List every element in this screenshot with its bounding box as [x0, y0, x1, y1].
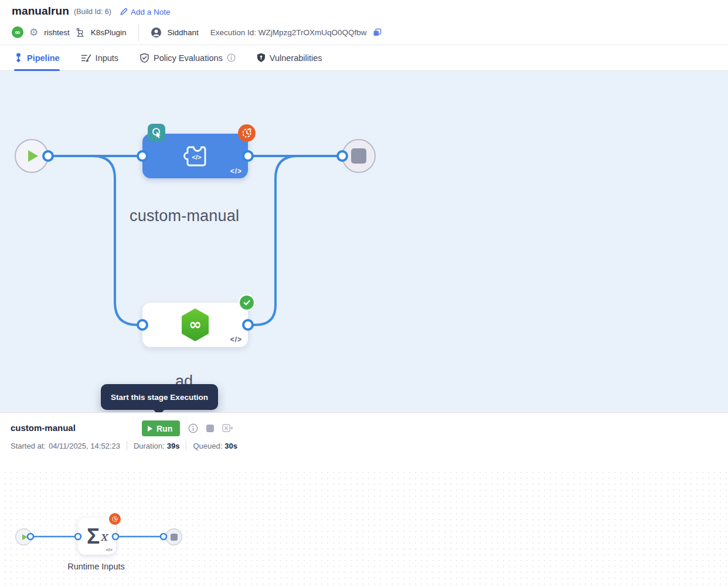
stop-icon	[351, 148, 366, 164]
inputs-icon	[81, 53, 91, 63]
build-id: (Build Id: 6)	[74, 8, 111, 16]
meta-divider	[186, 441, 186, 450]
execution-id: Execution Id: WZjMpzg2TrOXmUqO0QQfbw	[210, 28, 367, 37]
code-chevrons: </>	[106, 547, 113, 552]
pipeline-name[interactable]: rishtest	[44, 28, 70, 37]
code-chevrons: </>	[230, 335, 242, 344]
copy-icon[interactable]	[372, 28, 382, 38]
run-button[interactable]: Run	[142, 420, 180, 436]
add-note-label: Add a Note	[131, 8, 171, 16]
header-context-row: ∞ ⚙ rishtest K8sPlugin Siddhant Executio…	[0, 18, 728, 41]
trigger-click-badge-icon[interactable]	[148, 124, 165, 141]
plugin-step-icon: </>	[180, 142, 210, 170]
plugin-agent-icon	[76, 28, 85, 38]
success-check-badge-icon	[239, 294, 255, 311]
user-name: Siddhant	[168, 28, 199, 37]
meta-divider	[127, 441, 127, 450]
runtime-inputs-canvas[interactable]: Σ x </> Runtime Inputs	[0, 472, 728, 587]
started-value: 04/11/2025, 14:52:23	[49, 442, 120, 450]
vulnerabilities-shield-icon	[257, 53, 266, 63]
header-title-row: manualrun (Build Id: 6) Add a Note	[0, 0, 728, 18]
header: manualrun (Build Id: 6) Add a Note ∞ ⚙ r…	[0, 0, 728, 45]
shield-check-icon	[140, 53, 149, 63]
add-note-button[interactable]: Add a Note	[120, 8, 171, 16]
svg-text:</>: </>	[192, 154, 202, 161]
duration-label: Duration:	[134, 442, 165, 450]
gear-icon[interactable]: ⚙	[29, 28, 38, 38]
stage-status-bar: custom-manual Run	[0, 412, 728, 472]
duration-value: 39s	[167, 442, 180, 450]
pencil-icon	[120, 8, 128, 16]
sigma-glyph: Σ	[87, 525, 100, 547]
harness-logo-icon: ∞	[12, 26, 23, 38]
info-icon[interactable]	[227, 53, 236, 62]
runtime-start-node[interactable]	[15, 528, 32, 545]
tab-inputs-label: Inputs	[96, 53, 119, 63]
stop-stage-icon[interactable]	[206, 425, 214, 432]
run-tooltip: Start this stage Execution	[101, 384, 218, 410]
queued-label: Queued:	[193, 442, 222, 450]
timeout-clock-badge-icon	[109, 513, 121, 525]
started-label: Started at:	[11, 442, 46, 450]
svg-text:∞: ∞	[189, 315, 202, 333]
play-icon	[22, 534, 28, 540]
play-icon	[28, 150, 38, 162]
code-chevrons: </>	[230, 167, 242, 175]
tooltip-arrow	[154, 410, 164, 412]
template-name[interactable]: K8sPlugin	[91, 28, 127, 37]
runtime-end-node[interactable]	[165, 528, 182, 545]
tab-bar: Pipeline Inputs Policy Evaluations	[0, 45, 728, 71]
tab-inputs[interactable]: Inputs	[81, 45, 119, 70]
status-stage-name: custom-manual	[11, 423, 76, 433]
execution-page: manualrun (Build Id: 6) Add a Note ∞ ⚙ r…	[0, 0, 728, 587]
harness-step-icon: ∞	[180, 308, 210, 342]
tab-policy-evaluations[interactable]: Policy Evaluations	[140, 45, 236, 70]
user-avatar-icon	[151, 27, 162, 38]
tab-vulnerabilities-label: Vulnerabilities	[270, 53, 322, 63]
pipeline-canvas[interactable]: </> </> custom-manual	[0, 71, 728, 412]
runtime-inputs-node[interactable]: Σ x </>	[78, 518, 116, 555]
tooltip-text: Start this stage Execution	[111, 393, 208, 402]
sigma-x-glyph: x	[100, 530, 107, 544]
page-title: manualrun	[12, 5, 69, 18]
play-icon	[148, 426, 152, 432]
mark-failed-icon[interactable]	[222, 424, 234, 433]
tab-vulnerabilities[interactable]: Vulnerabilities	[257, 45, 322, 70]
pipeline-connectors	[0, 71, 728, 412]
tab-pipeline[interactable]: Pipeline	[14, 45, 60, 70]
queued-value: 30s	[224, 442, 237, 450]
status-actions: Run	[142, 420, 234, 436]
tab-policy-label: Policy Evaluations	[154, 53, 223, 63]
runtime-node-label: Runtime Inputs	[67, 562, 125, 571]
pipeline-start-node[interactable]	[15, 139, 49, 173]
stop-icon	[171, 534, 178, 541]
stage-label[interactable]: custom-manual	[130, 207, 239, 225]
pipeline-icon	[14, 53, 23, 63]
stage-info-icon[interactable]	[188, 423, 198, 433]
tab-pipeline-label: Pipeline	[27, 53, 60, 63]
pipeline-end-node[interactable]	[342, 139, 376, 173]
harness-step-node[interactable]: ∞ </>	[142, 303, 248, 347]
status-meta-row: Started at: 04/11/2025, 14:52:23 Duratio…	[11, 441, 237, 450]
header-divider	[138, 23, 139, 41]
timeout-clock-badge-icon[interactable]	[238, 124, 256, 142]
run-button-label: Run	[157, 424, 172, 433]
